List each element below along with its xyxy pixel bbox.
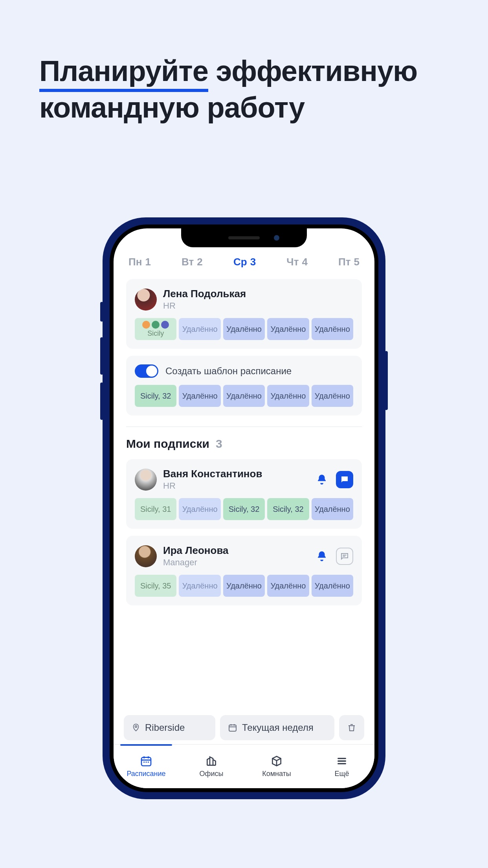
schedule-chip[interactable]: Sicily: [135, 318, 176, 340]
bell-icon: [316, 550, 328, 562]
template-label: Создать шаблон расписание: [165, 366, 292, 377]
notify-button[interactable]: [313, 471, 330, 488]
schedule-chip[interactable]: Удалённо: [179, 498, 220, 520]
tab-bar: Расписание Офисы Комнаты Ещё: [114, 744, 374, 788]
template-toggle[interactable]: [135, 364, 158, 378]
divider: [126, 427, 362, 427]
amenity-icons: [142, 321, 169, 329]
svg-point-5: [148, 761, 149, 763]
phone-frame: Пн1 Вт2 Ср3 Чт4 Пт5 Лена Подолькая HR: [103, 217, 385, 799]
chat-icon: [340, 552, 349, 561]
bell-icon: [316, 474, 328, 485]
mute-switch: [100, 302, 103, 322]
tab-schedule[interactable]: Расписание: [114, 745, 179, 788]
schedule-chip[interactable]: Sicily, 32: [267, 498, 309, 520]
notify-button[interactable]: [313, 548, 330, 565]
schedule-chip[interactable]: Удалённо: [179, 575, 220, 597]
schedule-chip[interactable]: Sicily, 32: [223, 498, 265, 520]
person-role: Manager: [163, 557, 229, 568]
chat-button[interactable]: [336, 471, 353, 488]
subscription-card[interactable]: Ира Леонова Manager: [126, 536, 362, 605]
schedule-template-card: Создать шаблон расписание Sicily, 32 Уда…: [126, 356, 362, 416]
location-filter[interactable]: Riberside: [124, 715, 215, 740]
person-name: Ира Леонова: [163, 544, 229, 557]
person-name: Ваня Константинов: [163, 468, 262, 480]
person-role: HR: [163, 481, 262, 491]
power-button: [385, 351, 388, 410]
marketing-headline: Планируйте эффективную командную работу: [39, 53, 488, 126]
template-chip[interactable]: Удалённо: [179, 385, 220, 407]
schedule-chip[interactable]: Sicily, 31: [135, 498, 176, 520]
schedule-chip[interactable]: Удалённо: [312, 318, 353, 340]
my-role: HR: [163, 301, 246, 311]
my-schedule-card[interactable]: Лена Подолькая HR Sicily Удалённо Удалён: [126, 279, 362, 349]
calendar-icon: [140, 755, 152, 767]
subscription-card[interactable]: Ваня Константинов HR: [126, 459, 362, 529]
volume-up-button: [100, 337, 103, 375]
filter-bar: Riberside Текущая неделя: [124, 715, 364, 740]
chat-icon: [340, 475, 349, 484]
schedule-chip[interactable]: Удалённо: [223, 575, 265, 597]
chat-button[interactable]: [336, 548, 353, 565]
tab-rooms[interactable]: Комнаты: [244, 745, 309, 788]
day-thu[interactable]: Чт4: [286, 256, 307, 268]
avatar: [135, 545, 157, 567]
schedule-chip[interactable]: Удалённо: [312, 575, 353, 597]
schedule-chip[interactable]: Sicily, 35: [135, 575, 176, 597]
template-chip[interactable]: Удалённо: [267, 385, 309, 407]
subscriptions-header: Мои подписки 3: [126, 437, 362, 451]
day-tue[interactable]: Вт2: [182, 256, 203, 268]
svg-point-3: [143, 761, 145, 763]
svg-point-4: [145, 761, 147, 763]
schedule-chip[interactable]: Удалённо: [223, 318, 265, 340]
schedule-chip[interactable]: Удалённо: [267, 318, 309, 340]
volume-down-button: [100, 383, 103, 420]
day-mon[interactable]: Пн1: [128, 256, 151, 268]
cup-icon: [347, 723, 356, 732]
calendar-icon: [228, 723, 237, 732]
cube-icon: [270, 755, 283, 767]
extra-filter[interactable]: [339, 715, 364, 740]
pin-icon: [132, 723, 140, 732]
avatar: [135, 469, 157, 491]
template-chip[interactable]: Удалённо: [223, 385, 265, 407]
week-filter[interactable]: Текущая неделя: [220, 715, 334, 740]
template-chip[interactable]: Удалённо: [312, 385, 353, 407]
tab-more[interactable]: Ещё: [309, 745, 374, 788]
svg-point-0: [135, 726, 137, 728]
menu-icon: [336, 755, 348, 767]
my-name: Лена Подолькая: [163, 288, 246, 300]
avatar: [135, 289, 157, 311]
buildings-icon: [205, 755, 218, 767]
day-wed[interactable]: Ср3: [233, 256, 256, 268]
schedule-chip[interactable]: Удалённо: [267, 575, 309, 597]
svg-rect-1: [229, 725, 236, 731]
phone-notch: [181, 228, 307, 247]
tab-offices[interactable]: Офисы: [179, 745, 244, 788]
day-fri[interactable]: Пт5: [338, 256, 360, 268]
weekday-selector: Пн1 Вт2 Ср3 Чт4 Пт5: [126, 256, 362, 279]
schedule-chip[interactable]: Удалённо: [179, 318, 220, 340]
template-chip[interactable]: Sicily, 32: [135, 385, 176, 407]
schedule-chip[interactable]: Удалённо: [312, 498, 353, 520]
